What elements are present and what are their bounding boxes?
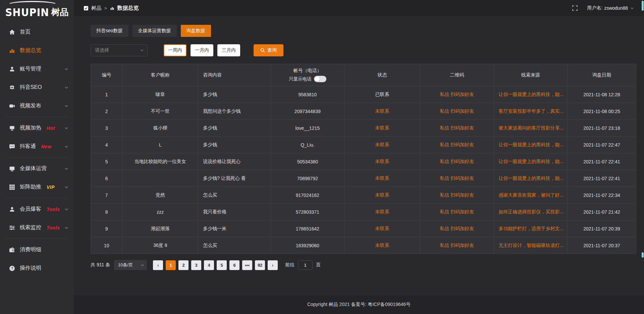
- cell-source[interactable]: 让你一眼就爱上的黑科技，能...: [494, 170, 568, 187]
- cell-qrcode[interactable]: 私信 扫码加好友: [420, 137, 494, 153]
- sidebar-item-label: 线索监控: [20, 224, 41, 231]
- user-menu[interactable]: 用户名: zswodun88: [587, 5, 634, 11]
- page-button-2[interactable]: 2: [178, 260, 189, 270]
- inquiry-table: 编号 客户昵称 咨询内容 帐号（电话） 只显示电话: [91, 64, 636, 254]
- page-size-select[interactable]: 10条/页: [114, 260, 147, 270]
- cell-nickname: 36度 8: [122, 237, 198, 254]
- search-button-label: 查询: [267, 47, 277, 53]
- page-button-92[interactable]: 92: [255, 260, 265, 270]
- cell-source[interactable]: 让你一眼就爱上的黑科技，能...: [494, 86, 568, 103]
- cell-qrcode[interactable]: 私信 扫码加好友: [420, 220, 494, 237]
- fullscreen-icon[interactable]: [572, 5, 578, 11]
- cell-qrcode[interactable]: 私信 扫码加好友: [420, 187, 494, 204]
- prev-page-button[interactable]: ‹: [153, 260, 163, 270]
- sidebar-item-video-heat[interactable]: 视频加热Hot: [0, 119, 74, 137]
- breadcrumb: 树品 > 数据总览: [84, 5, 139, 12]
- table-row: 3狐小狸多少钱love__1215未联系私信 扫码加好友被大家追着问的客厅投影分…: [91, 120, 636, 137]
- cell-account: Q_Liu.: [271, 137, 344, 153]
- goto-page-input[interactable]: [298, 260, 313, 270]
- sidebar-item-clue-monitor[interactable]: 线索监控Tools: [0, 218, 74, 237]
- sidebar-item-label: 视频加热: [20, 124, 41, 132]
- next-page-button[interactable]: ›: [268, 260, 278, 270]
- filter-bar: 请选择 一周内一月内三月内 查询: [91, 44, 636, 56]
- cell-id: 3: [91, 120, 122, 137]
- chat-icon: [9, 143, 15, 150]
- table-row: 4L多少钱Q_Liu.未联系私信 扫码加好友让你一眼就爱上的黑科技，能...20…: [91, 137, 636, 153]
- cell-id: 1: [91, 86, 122, 103]
- cell-source[interactable]: 如何正确选择投影仪，买投影...: [494, 204, 568, 220]
- scrollbar-thumb[interactable]: [642, 1, 644, 11]
- data-tabs: 抖音seo数据全媒体运营数据询盘数据: [91, 25, 636, 37]
- cell-account: 70898792: [271, 170, 344, 187]
- phone-only-toggle[interactable]: [314, 76, 326, 82]
- range-button-2[interactable]: 一月内: [191, 44, 213, 56]
- cell-qrcode[interactable]: 私信 扫码加好友: [420, 204, 494, 220]
- cell-qrcode[interactable]: 私信 扫码加好友: [420, 153, 494, 170]
- search-icon: [260, 48, 265, 53]
- breadcrumb-root[interactable]: 树品: [91, 5, 101, 11]
- page-button-4[interactable]: 4: [204, 260, 214, 270]
- cell-source[interactable]: 无主灯设计，智能磁吸轨道灯...: [494, 237, 568, 254]
- cell-account: 50534380: [271, 153, 344, 170]
- sidebar-item-operation-guide[interactable]: ?操作说明: [0, 259, 74, 277]
- breadcrumb-separator: >: [104, 6, 107, 11]
- page-button-1[interactable]: 1: [166, 260, 176, 270]
- cell-id: 8: [91, 204, 122, 220]
- tab-douyin-seo-data[interactable]: 抖音seo数据: [91, 25, 128, 37]
- cell-nickname: 当地比较能吃的一位美女: [122, 153, 198, 170]
- page-button-5[interactable]: 5: [217, 260, 227, 270]
- cell-content: 多少钱: [198, 120, 271, 137]
- tab-inquiry-data[interactable]: 询盘数据: [181, 25, 211, 37]
- sidebar-item-media-operation[interactable]: 全媒体运营: [0, 159, 74, 178]
- sidebar-divider: [5, 239, 68, 239]
- cell-source[interactable]: 让你一眼就爱上的黑科技，能...: [494, 137, 568, 153]
- cell-qrcode[interactable]: 私信 扫码加好友: [420, 170, 494, 187]
- page-ellipsis-button[interactable]: •••: [242, 260, 252, 270]
- cell-source[interactable]: 被大家追着问的客厅投影分享...: [494, 120, 568, 137]
- sidebar-item-video-publish[interactable]: 视频发布: [0, 97, 74, 115]
- sidebar-item-data-overview[interactable]: 数据总览: [0, 41, 74, 60]
- sidebar-item-member-baoke[interactable]: 会员爆客Tools: [0, 200, 74, 218]
- scrollbar-thumb[interactable]: [642, 252, 644, 258]
- cell-date: 2021-11-07 20:39: [568, 220, 636, 237]
- cell-qrcode[interactable]: 私信 扫码加好友: [420, 103, 494, 120]
- screen-icon: [9, 125, 15, 131]
- chevron-down-icon: [64, 226, 68, 230]
- range-button-1[interactable]: 一周内: [164, 44, 186, 56]
- cell-source[interactable]: 让你一眼就爱上的黑科技，能...: [494, 153, 568, 170]
- sidebar-item-consumption-detail[interactable]: 消费明细: [0, 241, 74, 259]
- cell-source[interactable]: 感谢大家喜欢我家，被问了好...: [494, 187, 568, 204]
- cell-content: 说说价格让我死心: [198, 153, 271, 170]
- cell-qrcode[interactable]: 私信 扫码加好友: [420, 86, 494, 103]
- cell-content: 怎么买: [198, 187, 271, 204]
- cell-qrcode[interactable]: 私信 扫码加好友: [420, 120, 494, 137]
- col-header-account: 帐号（电话） 只显示电话: [271, 64, 344, 86]
- sidebar-item-douketong[interactable]: 抖客通New: [0, 137, 74, 156]
- table-row: 1啵章多少钱9583810已联系私信 扫码加好友让你一眼就爱上的黑科技，能...…: [91, 86, 636, 103]
- chevron-down-icon: [64, 207, 68, 211]
- tab-media-operation-data[interactable]: 全媒体运营数据: [132, 25, 177, 37]
- sidebar-item-badge: New: [41, 144, 51, 149]
- page-button-3[interactable]: 3: [191, 260, 201, 270]
- sidebar-item-badge: VIP: [47, 185, 55, 190]
- cell-qrcode[interactable]: 私信 扫码加好友: [420, 237, 494, 254]
- sidebar-item-label: 操作说明: [20, 265, 41, 272]
- sidebar-item-account-management[interactable]: 账号管理: [0, 60, 74, 78]
- gear-icon: [9, 84, 15, 91]
- sidebar-item-douyin-seo[interactable]: 抖音SEO: [0, 78, 74, 97]
- page-button-6[interactable]: 6: [229, 260, 239, 270]
- cell-source[interactable]: 多功能护栏灯，适用于乡村文...: [494, 220, 568, 237]
- sidebar-item-home[interactable]: 首页: [0, 23, 74, 41]
- sidebar-divider: [5, 117, 68, 117]
- search-button[interactable]: 查询: [254, 44, 283, 56]
- cell-source[interactable]: 客厅安装投影半年多了，真实...: [494, 103, 568, 120]
- cell-status: 已联系: [344, 86, 420, 103]
- sidebar-item-matrix-boost[interactable]: 矩阵助推VIP: [0, 178, 74, 196]
- range-button-3[interactable]: 三月内: [217, 44, 240, 56]
- cell-nickname: 潮起潮落: [122, 220, 198, 237]
- phone-toggle-label: 只显示电话: [289, 76, 312, 82]
- filter-select[interactable]: 请选择: [91, 44, 148, 56]
- content: 抖音seo数据全媒体运营数据询盘数据 请选择 一周内一月内三月内 查询: [74, 16, 644, 295]
- person-icon: [9, 206, 15, 212]
- cell-account: 917024162: [271, 187, 344, 204]
